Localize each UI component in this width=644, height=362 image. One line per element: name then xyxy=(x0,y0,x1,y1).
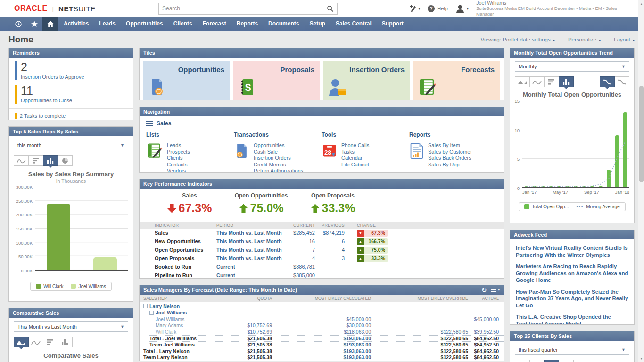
area-chart-toggle[interactable] xyxy=(14,337,29,347)
main-nav-item[interactable]: Clients xyxy=(168,17,198,31)
nav-link[interactable]: Prospects xyxy=(167,149,190,156)
nav-link[interactable]: Contacts xyxy=(167,162,190,168)
nav-link[interactable]: Phone Calls xyxy=(341,142,369,149)
most-likely-calculated-value[interactable]: $193,063.00 xyxy=(272,336,371,341)
sales-rep-name[interactable]: Team Larry Nelson xyxy=(143,354,188,360)
line-chart-toggle[interactable] xyxy=(14,155,29,166)
kpi-previous-value[interactable]: $874,219 xyxy=(315,230,345,236)
sales-root-link[interactable]: Sales xyxy=(146,120,497,127)
comparative-range-select[interactable]: This Month vs Last Month▼ xyxy=(14,321,128,332)
nav-link[interactable]: Return Authorizations xyxy=(254,168,303,173)
search-icon[interactable] xyxy=(327,5,334,12)
kpi-summary-open-proposals[interactable]: Open Proposals 33.3% xyxy=(297,192,369,215)
vbar-chart-toggle[interactable] xyxy=(559,76,574,87)
vbar-chart-toggle[interactable] xyxy=(58,337,73,347)
kpi-summary-sales[interactable]: Sales 67.3% xyxy=(154,192,225,215)
comparative-header[interactable]: Comparative Sales xyxy=(9,308,133,318)
bar[interactable] xyxy=(93,257,117,270)
vbar-chart-toggle[interactable] xyxy=(43,155,58,166)
kpi-current-value[interactable]: $385,000 xyxy=(286,272,315,278)
sales-rep-name[interactable]: Joel Williams xyxy=(156,316,184,322)
top5-header[interactable]: Top 5 Sales Reps By Sales xyxy=(9,127,133,136)
scroll-down-arrow[interactable]: ▼ xyxy=(638,355,644,362)
tile-forecasts[interactable]: Forecasts xyxy=(413,61,500,100)
most-likely-calculated-value[interactable]: $30,000.00 xyxy=(272,322,371,328)
adweek-header[interactable]: Adweek Feed xyxy=(510,230,634,239)
hbar-chart-toggle[interactable] xyxy=(28,155,43,166)
top5-range-select[interactable]: this month▼ xyxy=(14,140,128,150)
kpi-current-value[interactable]: $886,781 xyxy=(286,264,315,270)
main-nav-item[interactable]: Reports xyxy=(231,17,263,31)
reminders-header[interactable]: Reminders xyxy=(9,48,133,58)
kpi-period-link[interactable]: Current xyxy=(216,272,286,278)
sales-rep-name[interactable]: Mary Adams xyxy=(156,322,183,328)
sales-rep-name[interactable]: Team Joel Williams xyxy=(149,342,195,347)
main-nav-item[interactable]: Forecast xyxy=(198,17,231,31)
nav-link[interactable]: Credit Memos xyxy=(254,162,303,168)
kpi-header[interactable]: Key Performance Indicators xyxy=(140,179,504,189)
feed-headline-link[interactable]: This L.A. Creative Shop Upended the Trad… xyxy=(516,311,628,325)
navigation-header[interactable]: Navigation xyxy=(140,107,504,116)
main-nav-item[interactable]: Activities xyxy=(58,17,94,31)
line-chart-toggle[interactable] xyxy=(529,76,545,87)
quick-add-menu[interactable]: ▾ xyxy=(409,5,420,13)
nav-link[interactable]: Sales By Rep xyxy=(428,162,472,168)
most-likely-calculated-value[interactable]: $193,063.00 xyxy=(272,354,371,360)
portlet-menu-icon[interactable]: ▾ xyxy=(491,288,500,292)
kpi-current-value[interactable]: $285,452 xyxy=(286,230,315,236)
hbar-chart-toggle[interactable] xyxy=(529,360,545,362)
home-button[interactable] xyxy=(42,17,58,31)
top25-header[interactable]: Top 25 Clients By Sales xyxy=(510,331,634,341)
kpi-period-link[interactable]: Current xyxy=(216,264,286,270)
pie-chart-toggle[interactable] xyxy=(58,155,73,166)
shortcuts-button[interactable] xyxy=(26,17,42,31)
reminder-item[interactable]: 2 Insertion Orders to Approve xyxy=(15,61,127,80)
actual-value[interactable]: $84,952.50 xyxy=(468,342,499,347)
monthly-trend-range-select[interactable]: Monthly▼ xyxy=(515,61,629,72)
main-nav-item[interactable]: Support xyxy=(377,17,409,31)
trendline-toggle-on[interactable] xyxy=(600,76,615,87)
actual-value[interactable]: $84,952.50 xyxy=(468,348,499,354)
user-menu[interactable]: ▾ xyxy=(455,4,469,13)
sales-rep-name[interactable]: Will Clark xyxy=(156,329,176,335)
sales-rep-name[interactable]: Larry Nelson xyxy=(149,304,180,309)
feed-headline-link[interactable]: Marketers Are Racing to Reach Rapidly Gr… xyxy=(516,261,628,286)
help-menu[interactable]: ? Help xyxy=(428,5,448,12)
nav-link[interactable]: Insertion Orders xyxy=(254,155,303,162)
actual-value[interactable]: $45,000.00 xyxy=(468,316,499,322)
nav-link[interactable]: Sales Back Orders xyxy=(428,155,472,162)
actual-value[interactable]: $84,952.50 xyxy=(468,354,499,360)
top25-range-select[interactable]: this fiscal quarter▼ xyxy=(515,345,629,355)
kpi-period-link[interactable]: This Month vs. Last Month xyxy=(216,247,286,253)
tile-proposals[interactable]: Proposals $ xyxy=(233,61,320,100)
main-nav-item[interactable]: Leads xyxy=(94,17,121,31)
brand-logo[interactable]: ORACLE | NETSUITE xyxy=(14,4,158,13)
hbar-chart-toggle[interactable] xyxy=(43,337,58,347)
feed-headline-link[interactable]: How Pac-Man So Completely Seized the Ima… xyxy=(516,286,628,312)
scroll-up-arrow[interactable]: ▲ xyxy=(638,0,644,7)
reminder-item[interactable]: 2 Tasks to complete xyxy=(15,111,127,120)
tile-insertion-orders[interactable]: Insertion Orders xyxy=(323,61,410,100)
monthly-trend-header[interactable]: Monthly Total Open Opportunities Trend xyxy=(510,48,634,58)
feed-headline-link[interactable]: Intel's New Virtual Reality Content Stud… xyxy=(516,242,628,261)
main-nav-item[interactable]: Opportunities xyxy=(121,17,168,31)
line-chart-toggle[interactable] xyxy=(515,360,530,362)
sales-rep-name[interactable]: Total - Joel Williams xyxy=(149,336,197,341)
nav-link[interactable]: File Cabinet xyxy=(341,162,369,168)
collapse-icon[interactable]: − xyxy=(143,304,148,308)
tile-opportunities[interactable]: Opportunities xyxy=(143,61,230,100)
hbar-chart-toggle[interactable] xyxy=(544,76,559,87)
line-chart-toggle[interactable] xyxy=(28,337,43,347)
most-likely-calculated-value[interactable]: $193,063.00 xyxy=(272,342,371,347)
kpi-previous-value[interactable]: 3 xyxy=(315,255,345,261)
search-input[interactable] xyxy=(162,5,327,12)
main-nav-item[interactable]: Documents xyxy=(263,17,304,31)
global-search[interactable] xyxy=(158,3,338,15)
pie-chart-toggle[interactable] xyxy=(559,360,574,362)
nav-link[interactable]: Tasks xyxy=(341,149,369,156)
kpi-current-value[interactable]: 4 xyxy=(286,255,315,261)
refresh-icon[interactable]: ↻ xyxy=(482,287,487,293)
nav-link[interactable]: Calendar xyxy=(341,155,369,162)
sales-rep-name[interactable]: Total - Larry Nelson xyxy=(143,348,190,354)
most-likely-calculated-value[interactable]: $193,063.00 xyxy=(272,348,371,354)
